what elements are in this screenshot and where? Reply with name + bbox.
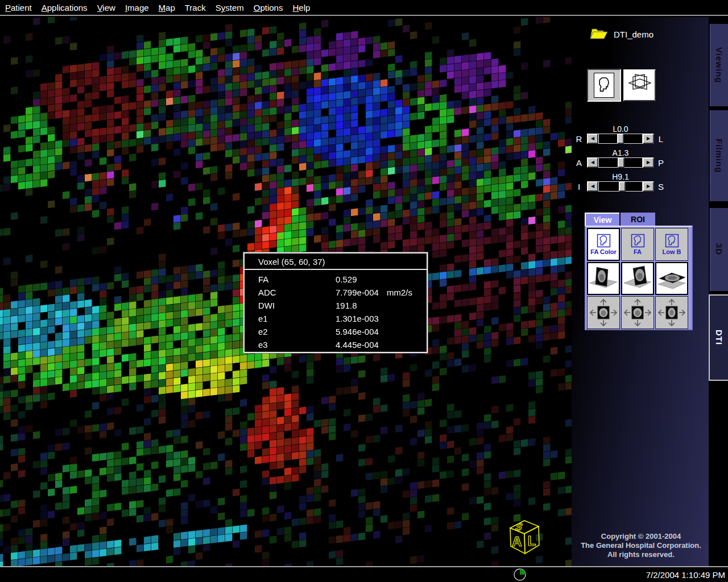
dataset-name: DTI_demo — [614, 30, 653, 39]
slider-l0-0-thumb[interactable] — [617, 134, 624, 144]
view-mode-label: FA — [634, 248, 642, 255]
sagittal-plane-icon — [589, 265, 618, 292]
slider-l0-0-value: L0.0 — [587, 124, 654, 134]
menu-system[interactable]: System — [216, 3, 244, 13]
slider-a1-3-right-letter: P — [656, 158, 665, 168]
svg-text:S: S — [514, 521, 524, 532]
slider-h9-1-value: H9.1 — [587, 172, 654, 181]
voxel-row: ADC7.799e-004mm2/s — [258, 286, 427, 299]
right-tab-label: DTI — [714, 330, 724, 345]
voxel-param-label: ADC — [258, 288, 336, 297]
head-view-button[interactable] — [587, 69, 621, 102]
slider-l0-0-left-arrow-button[interactable]: ◀ — [587, 134, 598, 144]
slider-a1-3-thumb[interactable] — [618, 157, 624, 168]
progress-pie-icon — [513, 568, 527, 582]
open-folder-icon — [588, 25, 609, 43]
slider-h9-1-left-arrow-button[interactable]: ◀ — [587, 181, 598, 192]
right-tab-label: Viewing — [714, 47, 724, 83]
view-mode-fa-color-button[interactable]: FA Color — [587, 228, 620, 261]
right-tab-label: 3D — [714, 243, 724, 255]
voxel-row: e34.445e-004 — [258, 338, 427, 351]
panel-tab-roi[interactable]: ROI — [621, 213, 655, 226]
voxel-param-value: 191.8 — [336, 301, 357, 310]
menu-separator — [0, 15, 728, 16]
coronal-plane-icon — [623, 265, 652, 292]
menu-map[interactable]: Map — [159, 3, 175, 13]
voxel-info-overlay: Voxel (65, 60, 37) FA0.529ADC7.799e-004m… — [243, 252, 428, 353]
ortho-planes-button[interactable] — [623, 69, 656, 101]
pan-sagittal-icon — [589, 298, 618, 327]
slider-h9-1-right-arrow-button[interactable]: ▶ — [643, 181, 654, 192]
voxel-param-value: 4.445e-004 — [336, 340, 379, 350]
voxel-param-label: e1 — [258, 314, 336, 323]
voxel-values: FA0.529ADC7.799e-004mm2/sDWI191.8e11.301… — [245, 270, 427, 351]
axial-plane-icon — [657, 265, 686, 292]
voxel-row: DWI191.8 — [258, 299, 427, 312]
slider-a1-3-left-arrow-button[interactable]: ◀ — [587, 157, 598, 168]
menu-bar: PatientApplicationsViewImageMapTrackSyst… — [0, 0, 728, 15]
right-tab-dti[interactable]: DTI — [709, 294, 728, 381]
menu-view[interactable]: View — [97, 3, 115, 13]
menu-help[interactable]: Help — [292, 3, 310, 13]
copyright-line: Copyright © 2001-2004 — [573, 532, 709, 541]
sal-cube-logo: S A L — [506, 516, 543, 562]
voxel-param-label: DWI — [258, 301, 336, 310]
svg-text:A: A — [512, 534, 522, 549]
voxel-param-label: e2 — [258, 327, 336, 336]
view-mode-low-b-button[interactable]: Low B — [655, 228, 688, 261]
view-button-grid: FA Color FA Low B — [585, 226, 693, 330]
head-profile-icon — [665, 234, 679, 248]
datetime-display: 7/2/2004 1:10:49 PM — [646, 570, 725, 580]
head-profile-icon — [594, 73, 614, 98]
copyright-text: Copyright © 2001-2004The General Hospita… — [573, 532, 709, 559]
axial-plane-button[interactable] — [655, 262, 688, 295]
slider-a1-3-left-letter: A — [574, 158, 584, 168]
sagittal-plane-button[interactable] — [587, 262, 620, 295]
right-tab-filming[interactable]: Filming — [710, 110, 728, 201]
slider-l0-0-left-letter: R — [574, 134, 584, 144]
voxel-row: e25.946e-004 — [258, 325, 427, 338]
menu-image[interactable]: Image — [125, 3, 149, 13]
voxel-param-label: FA — [258, 275, 336, 284]
status-bar: 7/2/2004 1:10:49 PM — [0, 566, 728, 582]
pan-sagittal-button[interactable] — [587, 296, 620, 329]
dataset-folder-button[interactable]: DTI_demo — [588, 25, 653, 43]
right-tab-label: Filming — [714, 139, 724, 173]
menu-applications[interactable]: Applications — [42, 3, 88, 13]
view-mode-label: FA Color — [590, 248, 616, 255]
voxel-param-value: 5.946e-004 — [336, 327, 379, 336]
pan-axial-icon — [657, 298, 686, 327]
copyright-line: All rights reserved. — [573, 550, 709, 559]
pan-axial-button[interactable] — [655, 296, 688, 329]
voxel-param-label: e3 — [258, 340, 336, 350]
slider-h9-1-thumb[interactable] — [619, 181, 626, 192]
svg-text:L: L — [528, 533, 536, 548]
coronal-plane-button[interactable] — [621, 262, 654, 295]
slider-a1-3-right-arrow-button[interactable]: ▶ — [643, 157, 654, 168]
voxel-param-unit: mm2/s — [387, 288, 412, 297]
pan-coronal-icon — [623, 298, 652, 327]
voxel-row: e11.301e-003 — [258, 312, 427, 325]
view-mode-fa-button[interactable]: FA — [621, 228, 654, 261]
right-tab-viewing[interactable]: Viewing — [710, 24, 728, 106]
voxel-param-value: 0.529 — [336, 275, 357, 284]
voxel-param-value: 7.799e-004 — [336, 288, 379, 297]
slider-l0-0-right-letter: L — [656, 134, 665, 144]
slider-l0-0-right-arrow-button[interactable]: ▶ — [643, 134, 654, 144]
panel-tab-view[interactable]: View — [585, 213, 619, 226]
right-tab-strip: ViewingFilming3DDTI — [709, 17, 728, 582]
right-tab-3d[interactable]: 3D — [710, 208, 728, 291]
head-profile-icon — [597, 234, 611, 248]
voxel-row: FA0.529 — [258, 273, 427, 286]
slider-a1-3-value: A1.3 — [587, 148, 654, 157]
pan-coronal-button[interactable] — [621, 296, 654, 329]
slider-h9-1-left-letter: I — [574, 182, 584, 192]
head-profile-icon — [631, 234, 645, 248]
menu-patient[interactable]: Patient — [5, 3, 32, 13]
view-mode-label: Low B — [663, 248, 681, 255]
voxel-param-value: 1.301e-003 — [336, 314, 379, 323]
menu-track[interactable]: Track — [185, 3, 206, 13]
voxel-title: Voxel (65, 60, 37) — [245, 253, 427, 270]
menu-options[interactable]: Options — [254, 3, 283, 13]
ortho-planes-icon — [627, 72, 652, 99]
